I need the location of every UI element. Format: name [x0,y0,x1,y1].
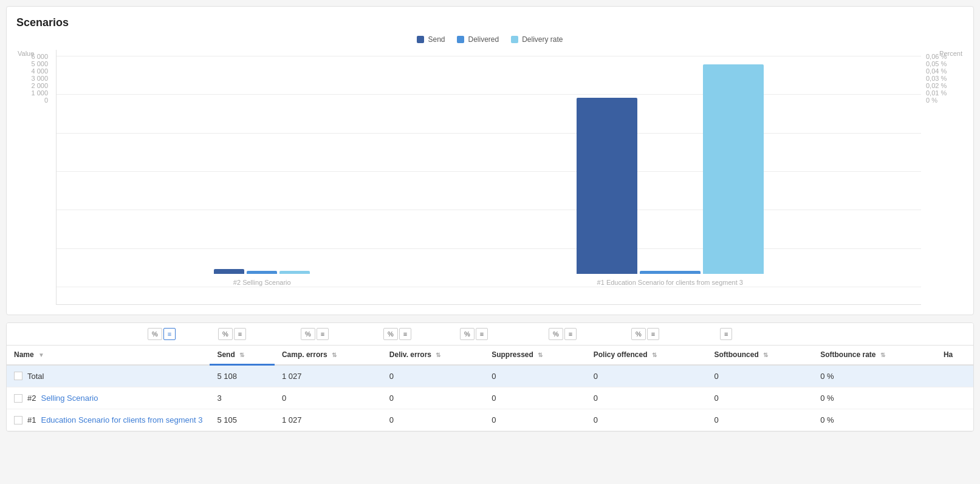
send-percent-btn[interactable]: % [148,328,162,340]
td-scenario-1-policy-offenced: 0 [586,409,707,431]
th-send-label: Send [217,350,235,359]
y-tick-0: 0 [44,97,48,104]
col-controls-policy-offenced: % ≡ [460,328,539,340]
td-total-ha [936,365,973,387]
td-scenario-1-name: #1 Education Scenario for clients from s… [7,409,210,431]
sort-icon-camp-errors[interactable]: ⇅ [332,352,337,358]
table-row-scenario-1: #1 Education Scenario for clients from s… [7,409,973,431]
y-axis-right-title: Percent [939,50,962,57]
table-row-scenario-2: #2 Selling Scenario 3 0 0 0 0 0 0 % [7,387,973,409]
camp-errors-percent-btn[interactable]: % [218,328,233,340]
bar-delivered-education [640,271,701,274]
th-camp-errors-label: Camp. errors [282,350,327,359]
col-controls-ha: ≡ [720,328,732,340]
y-tick-right-004: 0,04 % [926,67,947,75]
y-tick-right-005: 0,05 % [926,60,947,67]
checkbox-total[interactable] [14,372,22,380]
th-softbounce-rate-label: Softbounce rate [820,350,875,359]
th-ha-label: Ha [944,350,953,359]
softbounce-rate-list-btn[interactable]: ≡ [647,328,659,340]
suppressed-list-btn[interactable]: ≡ [399,328,411,340]
chart-body: #2 Selling Scenario #1 Education Scenari… [56,50,921,305]
col-controls-deliv-errors: % ≡ [301,328,374,340]
td-total-deliv-errors: 0 [382,365,484,387]
name-filter-icon[interactable]: ▼ [38,352,44,358]
bar-send-selling [214,269,244,274]
total-label: Total [27,372,44,381]
softbounce-rate-percent-btn[interactable]: % [631,328,646,340]
th-camp-errors: Camp. errors ⇅ [275,346,382,365]
checkbox-scenario-1[interactable] [14,416,22,424]
table-row-total: Total 5 108 1 027 0 0 0 0 0 % [7,365,973,387]
bar-delivery-rate-selling [279,271,310,274]
camp-errors-list-btn[interactable]: ≡ [234,328,246,340]
sort-icon-suppressed[interactable]: ⇅ [538,352,543,358]
policy-offenced-percent-btn[interactable]: % [460,328,475,340]
th-send: Send ⇅ [210,346,275,365]
y-tick-right-002: 0,02 % [926,82,947,89]
y-tick-2000: 2 000 [31,82,48,89]
col-controls-suppressed: % ≡ [383,328,450,340]
td-total-name: Total [7,365,210,387]
sort-icon-softbounced[interactable]: ⇅ [763,352,768,358]
y-axis-right: 0,06 % 0,05 % 0,04 % 0,03 % 0,02 % 0,01 … [921,50,964,122]
deliv-errors-percent-btn[interactable]: % [301,328,315,340]
ha-list-btn[interactable]: ≡ [720,328,732,340]
td-scenario-1-softbounced: 0 [707,409,813,431]
y-tick-5000: 5 000 [31,60,48,67]
scenario-2-link[interactable]: Selling Scenario [41,394,98,403]
col-controls-softbounced: % ≡ [549,328,622,340]
bar-delivered-selling [247,271,277,274]
th-suppressed-label: Suppressed [492,350,533,359]
checkbox-scenario-2[interactable] [14,394,22,403]
data-table: Name ▼ Send ⇅ Camp. errors ⇅ Deliv. erro… [7,346,973,431]
td-total-send: 5 108 [210,365,275,387]
chart-title: Scenarios [16,16,964,29]
scenario-1-name-cell: #1 Education Scenario for clients from s… [14,415,202,424]
sort-icon-send[interactable]: ⇅ [239,352,244,358]
td-scenario-2-suppressed: 0 [484,387,586,409]
td-scenario-2-camp-errors: 0 [275,387,382,409]
y-tick-3000: 3 000 [31,75,48,82]
chart-inner: #2 Selling Scenario #1 Education Scenari… [57,56,921,286]
bar-label-education: #1 Education Scenario for clients from s… [597,279,743,286]
sort-icon-softbounce-rate[interactable]: ⇅ [880,352,885,358]
th-ha: Ha [936,346,973,365]
col-controls-softbounce-rate: % ≡ [631,328,710,340]
td-scenario-1-ha [936,409,973,431]
deliv-errors-list-btn[interactable]: ≡ [317,328,329,340]
bar-group-selling-scenario: #2 Selling Scenario [214,269,310,286]
policy-offenced-list-btn[interactable]: ≡ [476,328,488,340]
suppressed-percent-btn[interactable]: % [383,328,398,340]
sort-icon-deliv-errors[interactable]: ⇅ [436,352,440,358]
legend-delivery-rate: Delivery rate [511,35,563,44]
td-total-softbounced: 0 [707,365,813,387]
td-scenario-2-name: #2 Selling Scenario [7,387,210,409]
col-controls-camp-errors: % ≡ [218,328,291,340]
send-list-btn[interactable]: ≡ [163,328,176,340]
bar-label-selling: #2 Selling Scenario [233,279,291,286]
scenario-1-link[interactable]: Education Scenario for clients from segm… [41,415,202,424]
td-total-policy-offenced: 0 [586,365,707,387]
td-scenario-2-send: 3 [210,387,275,409]
td-scenario-2-policy-offenced: 0 [586,387,707,409]
legend-delivered-color [457,36,464,43]
legend-send-label: Send [428,35,445,44]
legend-send: Send [417,35,445,44]
y-axis-left-title: Value [18,50,34,57]
legend-delivery-rate-label: Delivery rate [522,35,563,44]
th-name-label: Name [14,350,34,359]
softbounced-percent-btn[interactable]: % [549,328,563,340]
sort-icon-policy-offenced[interactable]: ⇅ [652,352,657,358]
y-tick-right-0: 0 % [926,97,937,104]
softbounced-list-btn[interactable]: ≡ [564,328,577,340]
td-total-suppressed: 0 [484,365,586,387]
page: Scenarios Send Delivered Delivery rate V… [0,0,980,484]
chart-legend: Send Delivered Delivery rate [16,35,964,44]
legend-delivered-label: Delivered [468,35,499,44]
grid-line-6 [57,287,921,287]
td-scenario-2-softbounced: 0 [707,387,813,409]
th-name: Name ▼ [7,346,210,365]
scenario-2-prefix: #2 [27,394,36,403]
bar-delivery-rate-education [703,64,764,274]
